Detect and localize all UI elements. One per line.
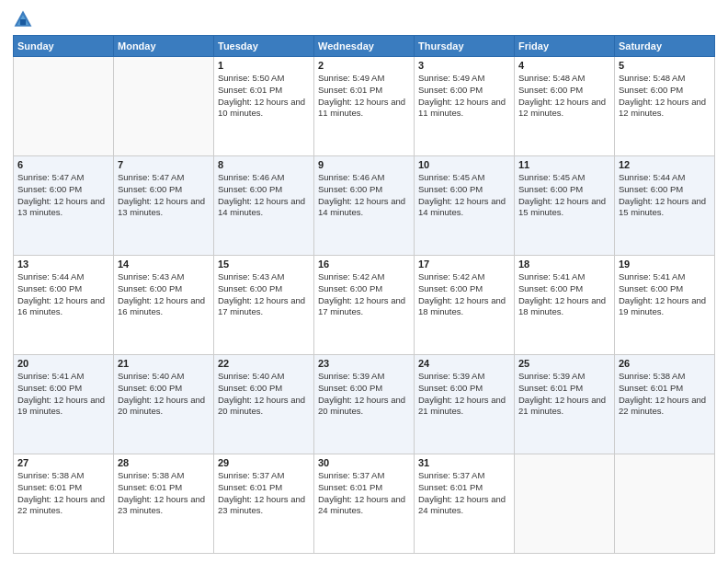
calendar-cell: 22Sunrise: 5:40 AM Sunset: 6:00 PM Dayli… [214,355,314,454]
day-info: Sunrise: 5:38 AM Sunset: 6:01 PM Dayligh… [118,470,210,517]
day-number: 2 [318,60,410,71]
calendar-week-row: 13Sunrise: 5:44 AM Sunset: 6:00 PM Dayli… [14,256,715,355]
calendar-cell: 16Sunrise: 5:42 AM Sunset: 6:00 PM Dayli… [314,256,415,355]
weekday-header: Sunday [14,36,114,57]
header [13,9,715,29]
day-number: 7 [118,159,210,170]
day-info: Sunrise: 5:41 AM Sunset: 6:00 PM Dayligh… [17,371,109,418]
calendar-cell [515,454,615,554]
day-number: 26 [619,358,711,369]
calendar-cell: 5Sunrise: 5:48 AM Sunset: 6:00 PM Daylig… [615,57,715,156]
day-number: 20 [17,358,109,369]
day-number: 12 [619,159,711,170]
day-info: Sunrise: 5:41 AM Sunset: 6:00 PM Dayligh… [619,271,711,318]
calendar-cell: 10Sunrise: 5:45 AM Sunset: 6:00 PM Dayli… [415,156,515,256]
day-number: 5 [619,60,711,71]
day-number: 14 [118,259,210,270]
calendar-cell: 4Sunrise: 5:48 AM Sunset: 6:00 PM Daylig… [515,57,615,156]
calendar-table: SundayMondayTuesdayWednesdayThursdayFrid… [13,35,715,554]
calendar-cell: 26Sunrise: 5:38 AM Sunset: 6:01 PM Dayli… [615,355,715,454]
day-info: Sunrise: 5:37 AM Sunset: 6:01 PM Dayligh… [418,470,510,517]
calendar-cell: 18Sunrise: 5:41 AM Sunset: 6:00 PM Dayli… [515,256,615,355]
calendar-cell: 2Sunrise: 5:49 AM Sunset: 6:01 PM Daylig… [314,57,415,156]
day-number: 30 [318,457,410,468]
calendar-cell [114,57,214,156]
calendar-cell: 17Sunrise: 5:42 AM Sunset: 6:00 PM Dayli… [415,256,515,355]
day-info: Sunrise: 5:50 AM Sunset: 6:01 PM Dayligh… [218,73,310,120]
svg-rect-2 [20,19,26,25]
calendar-week-row: 6Sunrise: 5:47 AM Sunset: 6:00 PM Daylig… [14,156,715,256]
logo-icon [13,9,33,29]
day-info: Sunrise: 5:44 AM Sunset: 6:00 PM Dayligh… [17,271,109,318]
day-info: Sunrise: 5:41 AM Sunset: 6:00 PM Dayligh… [518,271,610,318]
day-number: 29 [218,457,310,468]
day-info: Sunrise: 5:39 AM Sunset: 6:01 PM Dayligh… [518,371,610,418]
day-info: Sunrise: 5:42 AM Sunset: 6:00 PM Dayligh… [418,271,510,318]
day-info: Sunrise: 5:49 AM Sunset: 6:00 PM Dayligh… [418,73,510,120]
calendar-week-row: 1Sunrise: 5:50 AM Sunset: 6:01 PM Daylig… [14,57,715,156]
day-info: Sunrise: 5:47 AM Sunset: 6:00 PM Dayligh… [17,172,109,219]
calendar-week-row: 27Sunrise: 5:38 AM Sunset: 6:01 PM Dayli… [14,454,715,554]
day-info: Sunrise: 5:38 AM Sunset: 6:01 PM Dayligh… [619,371,711,418]
calendar-cell: 7Sunrise: 5:47 AM Sunset: 6:00 PM Daylig… [114,156,214,256]
day-number: 31 [418,457,510,468]
day-number: 21 [118,358,210,369]
day-info: Sunrise: 5:39 AM Sunset: 6:00 PM Dayligh… [418,371,510,418]
day-number: 9 [318,159,410,170]
calendar-cell: 15Sunrise: 5:43 AM Sunset: 6:00 PM Dayli… [214,256,314,355]
weekday-row: SundayMondayTuesdayWednesdayThursdayFrid… [14,36,715,57]
calendar-cell: 24Sunrise: 5:39 AM Sunset: 6:00 PM Dayli… [415,355,515,454]
calendar-cell: 29Sunrise: 5:37 AM Sunset: 6:01 PM Dayli… [214,454,314,554]
day-info: Sunrise: 5:46 AM Sunset: 6:00 PM Dayligh… [218,172,310,219]
day-number: 4 [518,60,610,71]
calendar-cell: 13Sunrise: 5:44 AM Sunset: 6:00 PM Dayli… [14,256,114,355]
calendar-cell: 3Sunrise: 5:49 AM Sunset: 6:00 PM Daylig… [415,57,515,156]
calendar-cell: 25Sunrise: 5:39 AM Sunset: 6:01 PM Dayli… [515,355,615,454]
calendar-cell: 27Sunrise: 5:38 AM Sunset: 6:01 PM Dayli… [14,454,114,554]
day-number: 19 [619,259,711,270]
calendar-cell: 6Sunrise: 5:47 AM Sunset: 6:00 PM Daylig… [14,156,114,256]
day-number: 1 [218,60,310,71]
day-info: Sunrise: 5:48 AM Sunset: 6:00 PM Dayligh… [518,73,610,120]
day-number: 17 [418,259,510,270]
day-number: 18 [518,259,610,270]
day-info: Sunrise: 5:48 AM Sunset: 6:00 PM Dayligh… [619,73,711,120]
day-number: 10 [418,159,510,170]
weekday-header: Wednesday [314,36,415,57]
day-info: Sunrise: 5:43 AM Sunset: 6:00 PM Dayligh… [218,271,310,318]
day-number: 8 [218,159,310,170]
calendar-cell: 21Sunrise: 5:40 AM Sunset: 6:00 PM Dayli… [114,355,214,454]
calendar-cell: 28Sunrise: 5:38 AM Sunset: 6:01 PM Dayli… [114,454,214,554]
day-info: Sunrise: 5:44 AM Sunset: 6:00 PM Dayligh… [619,172,711,219]
day-info: Sunrise: 5:45 AM Sunset: 6:00 PM Dayligh… [518,172,610,219]
day-number: 16 [318,259,410,270]
day-info: Sunrise: 5:46 AM Sunset: 6:00 PM Dayligh… [318,172,410,219]
day-number: 15 [218,259,310,270]
day-number: 3 [418,60,510,71]
calendar-cell: 12Sunrise: 5:44 AM Sunset: 6:00 PM Dayli… [615,156,715,256]
day-number: 28 [118,457,210,468]
weekday-header: Thursday [415,36,515,57]
day-info: Sunrise: 5:43 AM Sunset: 6:00 PM Dayligh… [118,271,210,318]
day-info: Sunrise: 5:39 AM Sunset: 6:00 PM Dayligh… [318,371,410,418]
day-info: Sunrise: 5:42 AM Sunset: 6:00 PM Dayligh… [318,271,410,318]
calendar-cell: 8Sunrise: 5:46 AM Sunset: 6:00 PM Daylig… [214,156,314,256]
calendar-cell: 31Sunrise: 5:37 AM Sunset: 6:01 PM Dayli… [415,454,515,554]
calendar-cell: 20Sunrise: 5:41 AM Sunset: 6:00 PM Dayli… [14,355,114,454]
day-info: Sunrise: 5:49 AM Sunset: 6:01 PM Dayligh… [318,73,410,120]
calendar-cell [615,454,715,554]
calendar-header: SundayMondayTuesdayWednesdayThursdayFrid… [14,36,715,57]
weekday-header: Friday [515,36,615,57]
calendar-body: 1Sunrise: 5:50 AM Sunset: 6:01 PM Daylig… [14,57,715,554]
day-info: Sunrise: 5:37 AM Sunset: 6:01 PM Dayligh… [218,470,310,517]
calendar-cell: 9Sunrise: 5:46 AM Sunset: 6:00 PM Daylig… [314,156,415,256]
day-info: Sunrise: 5:40 AM Sunset: 6:00 PM Dayligh… [218,371,310,418]
day-number: 25 [518,358,610,369]
day-number: 24 [418,358,510,369]
logo [13,9,37,29]
day-number: 13 [17,259,109,270]
calendar-week-row: 20Sunrise: 5:41 AM Sunset: 6:00 PM Dayli… [14,355,715,454]
weekday-header: Monday [114,36,214,57]
day-info: Sunrise: 5:45 AM Sunset: 6:00 PM Dayligh… [418,172,510,219]
calendar-cell: 19Sunrise: 5:41 AM Sunset: 6:00 PM Dayli… [615,256,715,355]
